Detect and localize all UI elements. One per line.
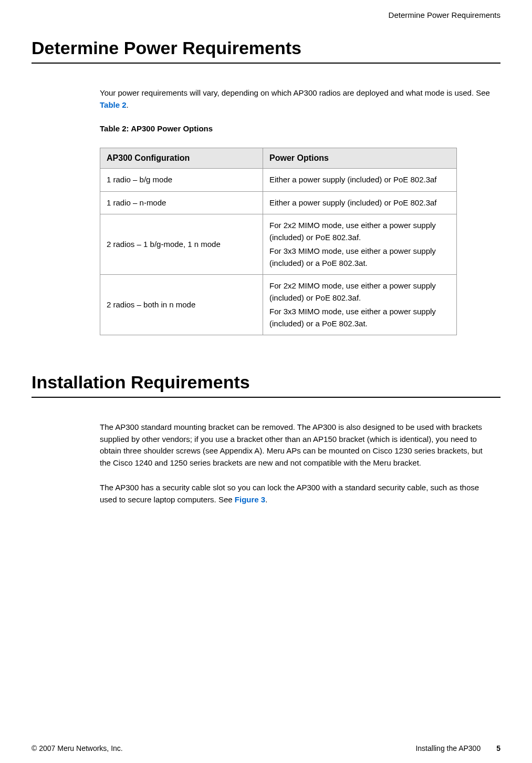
section-power-body: Your power requirements will vary, depen… [100,87,490,335]
cell-options-p2: For 3x3 MIMO mode, use either a power su… [269,245,450,269]
cell-options: Either a power supply (included) or PoE … [263,169,457,192]
installation-para2-after: . [265,495,267,504]
cell-options: For 2x2 MIMO mode, use either a power su… [263,275,457,335]
section-divider [32,63,500,64]
cell-options-p1: For 2x2 MIMO mode, use either a power su… [269,220,450,243]
power-options-table: AP300 Configuration Power Options 1 radi… [100,148,457,335]
cell-config: 1 radio – b/g mode [100,169,263,192]
cell-options-p2: For 3x3 MIMO mode, use either a power su… [269,306,450,329]
th-power-options: Power Options [263,148,457,169]
cell-config: 1 radio – n-mode [100,191,263,214]
table-row: 2 radios – 1 b/g-mode, 1 n mode For 2x2 … [100,214,457,275]
installation-para1: The AP300 standard mounting bracket can … [100,421,490,469]
section-installation-body: The AP300 standard mounting bracket can … [100,421,490,506]
footer-copyright: © 2007 Meru Networks, Inc. [32,744,123,752]
cell-config: 2 radios – 1 b/g-mode, 1 n mode [100,214,263,275]
installation-para2-before: The AP300 has a security cable slot so y… [100,483,479,504]
cell-config: 2 radios – both in n mode [100,275,263,335]
installation-para2: The AP300 has a security cable slot so y… [100,482,490,506]
link-table-2[interactable]: Table 2 [100,100,127,109]
cell-options-p1: For 2x2 MIMO mode, use either a power su… [269,280,450,304]
th-configuration: AP300 Configuration [100,148,263,169]
table-caption: Table 2: AP300 Power Options [100,124,490,133]
cell-options: Either a power supply (included) or PoE … [263,191,457,214]
footer-doc-name: Installing the AP300 [415,744,481,752]
table-row: 2 radios – both in n mode For 2x2 MIMO m… [100,275,457,335]
table-header-row: AP300 Configuration Power Options [100,148,457,169]
table-row: 1 radio – n-mode Either a power supply (… [100,191,457,214]
running-header: Determine Power Requirements [32,11,500,19]
section-title-power: Determine Power Requirements [32,38,500,58]
link-figure-3[interactable]: Figure 3 [235,495,265,504]
table-row: 1 radio – b/g mode Either a power supply… [100,169,457,192]
intro-text-before: Your power requirements will vary, depen… [100,88,490,97]
footer-page-number: 5 [496,744,500,752]
section-title-installation: Installation Requirements [32,372,500,393]
intro-text-after: . [127,100,129,109]
section-divider [32,397,500,398]
cell-options: For 2x2 MIMO mode, use either a power su… [263,214,457,275]
intro-text: Your power requirements will vary, depen… [100,87,490,111]
page-footer: © 2007 Meru Networks, Inc. Installing th… [32,744,500,752]
